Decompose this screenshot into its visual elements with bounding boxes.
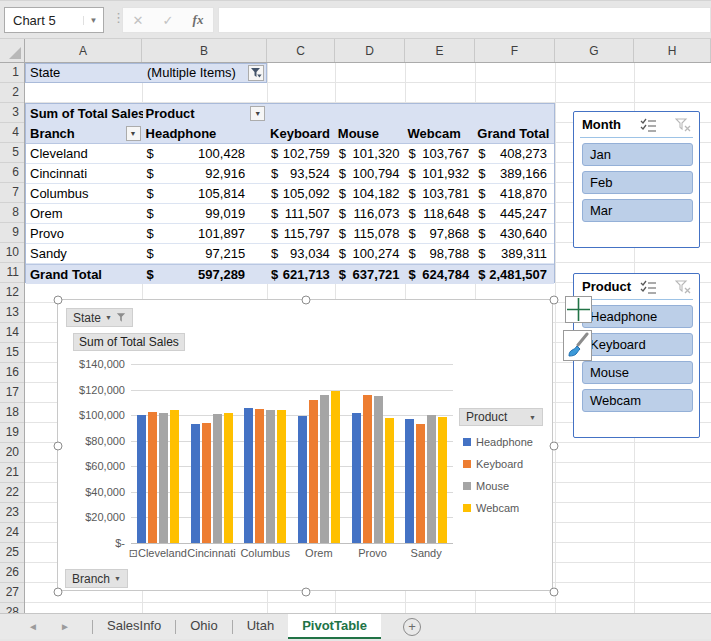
chart-bar-headphone-cincinnati[interactable] (191, 424, 200, 543)
chart-bar-mouse-columbus[interactable] (266, 410, 275, 543)
pivot-cell[interactable] (335, 104, 405, 124)
legend-item-keyboard[interactable]: Keyboard (463, 458, 523, 470)
row-header-5[interactable]: 5 (0, 143, 24, 163)
pivot-cell[interactable]: $100,274 (335, 244, 405, 263)
chart-bar-mouse-cleveland[interactable] (159, 413, 168, 543)
chart-title[interactable]: Sum of Total Sales (73, 333, 185, 351)
sheet-tab-utah[interactable]: Utah (233, 614, 288, 639)
formula-input[interactable] (218, 7, 711, 33)
slicer-item-jan[interactable]: Jan (582, 143, 693, 166)
chart-bar-mouse-provo[interactable] (374, 396, 383, 543)
row-header-6[interactable]: 6 (0, 163, 24, 183)
chart-bar-webcam-provo[interactable] (385, 418, 394, 543)
row-header-15[interactable]: 15 (0, 343, 24, 363)
pivot-cell[interactable]: $98,788 (405, 244, 475, 263)
chart-bar-keyboard-provo[interactable] (363, 395, 372, 543)
clear-filter-icon[interactable] (675, 280, 691, 298)
chart-bar-webcam-columbus[interactable] (277, 410, 286, 543)
column-header-b[interactable]: B (142, 39, 267, 62)
pivot-column-field[interactable]: Product▼ (143, 104, 268, 124)
chart-bar-webcam-sandy[interactable] (438, 417, 447, 543)
slicer-product[interactable]: Product HeadphoneKeyboardMouseWebcam (573, 273, 700, 438)
chart-bar-keyboard-sandy[interactable] (416, 424, 425, 543)
pivot-cell[interactable]: $103,781 (405, 184, 475, 203)
row-header-8[interactable]: 8 (0, 203, 24, 223)
row-header-25[interactable]: 25 (0, 543, 24, 563)
pivot-cell[interactable] (405, 104, 475, 124)
column-header-a[interactable]: A (25, 39, 142, 62)
row-header-13[interactable]: 13 (0, 303, 24, 323)
pivot-cell[interactable]: $389,311 (474, 244, 554, 263)
pivot-table[interactable]: Sum of Total SalesProduct▼Branch▼Headpho… (25, 103, 555, 283)
chart-bar-headphone-columbus[interactable] (244, 408, 253, 543)
row-header-11[interactable]: 11 (0, 263, 24, 283)
insert-function-icon[interactable]: fx (183, 12, 213, 28)
name-box[interactable]: Chart 5 ▼ (4, 7, 104, 33)
chart-resize-handle[interactable] (550, 442, 559, 451)
chart-bar-mouse-sandy[interactable] (427, 415, 436, 543)
pivot-column-header[interactable]: Keyboard (267, 124, 335, 143)
chart-bar-headphone-orem[interactable] (298, 416, 307, 543)
column-header-e[interactable]: E (405, 39, 475, 62)
pivot-cell[interactable]: $637,721 (335, 265, 405, 284)
pivot-cell[interactable] (267, 104, 335, 124)
pivot-cell[interactable]: $408,273 (474, 144, 554, 163)
pivot-row-field[interactable]: Branch▼ (26, 124, 143, 143)
row-header-9[interactable]: 9 (0, 223, 24, 243)
column-header-d[interactable]: D (335, 39, 405, 62)
slicer-item-headphone[interactable]: Headphone (582, 305, 693, 328)
chart-resize-handle[interactable] (54, 588, 63, 597)
row-header-19[interactable]: 19 (0, 423, 24, 443)
pivot-cell[interactable]: $103,767 (405, 144, 475, 163)
row-header-21[interactable]: 21 (0, 463, 24, 483)
pivot-column-header[interactable]: Grand Total (474, 124, 554, 143)
chart-axis-field-button[interactable]: Branch ▼ (65, 569, 128, 588)
clear-filter-icon[interactable] (675, 118, 691, 136)
name-box-dropdown-icon[interactable]: ▼ (83, 16, 103, 25)
row-field-dropdown-icon[interactable]: ▼ (126, 126, 141, 141)
pivot-cell[interactable]: $102,759 (267, 144, 335, 163)
chart-resize-handle[interactable] (54, 442, 63, 451)
column-header-g[interactable]: G (555, 39, 634, 62)
row-header-7[interactable]: 7 (0, 183, 24, 203)
tab-scroll-left-icon[interactable]: ◄ (28, 621, 38, 632)
pivot-cell[interactable]: $97,868 (405, 224, 475, 243)
row-header-24[interactable]: 24 (0, 523, 24, 543)
pivot-cell[interactable]: $104,182 (335, 184, 405, 203)
pivot-cell[interactable]: $118,648 (405, 204, 475, 223)
chart-bar-headphone-sandy[interactable] (405, 419, 414, 543)
slicer-item-mar[interactable]: Mar (582, 199, 693, 222)
pivot-row-label[interactable]: Provo (26, 224, 143, 243)
column-header-f[interactable]: F (475, 39, 555, 62)
row-header-2[interactable]: 2 (0, 83, 24, 103)
row-header-10[interactable]: 10 (0, 243, 24, 263)
pivot-row-label[interactable]: Grand Total (26, 265, 143, 284)
row-header-12[interactable]: 12 (0, 283, 24, 303)
row-header-14[interactable]: 14 (0, 323, 24, 343)
pivot-values-label[interactable]: Sum of Total Sales (26, 104, 143, 124)
pivot-row-label[interactable]: Sandy (26, 244, 143, 263)
new-sheet-button[interactable]: + (403, 618, 421, 636)
legend-item-webcam[interactable]: Webcam (463, 502, 519, 514)
pivot-cell[interactable]: $93,524 (267, 164, 335, 183)
pivot-cell[interactable]: $105,814 (143, 184, 268, 203)
pivot-cell[interactable]: $115,078 (335, 224, 405, 243)
row-header-27[interactable]: 27 (0, 583, 24, 603)
pivot-cell[interactable]: $445,247 (474, 204, 554, 223)
chart-bar-webcam-orem[interactable] (331, 391, 340, 543)
slicer-item-keyboard[interactable]: Keyboard (582, 333, 693, 356)
chart-bar-webcam-cleveland[interactable] (170, 410, 179, 543)
select-all-corner[interactable] (0, 39, 25, 63)
pivot-cell[interactable]: $116,073 (335, 204, 405, 223)
chart-resize-handle[interactable] (54, 296, 63, 305)
row-header-16[interactable]: 16 (0, 363, 24, 383)
pivot-column-header[interactable]: Mouse (335, 124, 405, 143)
pivot-cell[interactable]: $101,320 (335, 144, 405, 163)
column-field-dropdown-icon[interactable]: ▼ (250, 106, 265, 121)
legend-item-mouse[interactable]: Mouse (463, 480, 509, 492)
pivot-cell[interactable]: $111,507 (267, 204, 335, 223)
pivot-cell[interactable]: $2,481,507 (474, 265, 554, 284)
multi-select-icon[interactable] (640, 280, 657, 298)
pivot-row-label[interactable]: Orem (26, 204, 143, 223)
column-header-c[interactable]: C (267, 39, 335, 62)
